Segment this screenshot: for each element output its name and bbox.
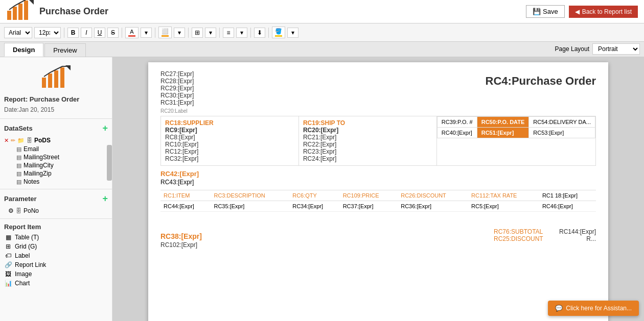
svg-rect-6 [48, 73, 52, 88]
dataset-delete-icon[interactable]: ✕ [4, 137, 9, 144]
font-color-icon: A [130, 29, 133, 35]
subtotal-label: RC76:SUBTOTAL [494, 228, 543, 235]
col-item: RC1:ITEM [160, 190, 211, 201]
discount-val: R... [586, 235, 596, 242]
fill-icon: 🪣 [275, 28, 282, 35]
font-color-button[interactable]: A [125, 27, 139, 38]
back-to-report-button[interactable]: ◀ Back to Report list [569, 6, 638, 18]
font-family-select[interactable]: Arial [4, 27, 32, 38]
bottom-section: RC38:[Expr] RC102:[Expr] RC76:SUBTOTAL R… [160, 224, 596, 249]
page-layout-select[interactable]: Portrait Landscape [592, 43, 640, 55]
datasets-section-header: DataSets + [0, 121, 112, 136]
bottom-right: RC76:SUBTOTAL RC144:[Expr] RC25:DISCOUNT… [494, 228, 596, 249]
parameter-pono[interactable]: ⚙ 🗄 PoNo [0, 206, 112, 215]
sidebar: Report: Purchase Order Date:Jan 20, 2015… [0, 57, 112, 321]
cell-rc35: RC35:[Expr] [211, 201, 289, 212]
fill-color-button[interactable]: 🪣 [272, 27, 285, 38]
border-button[interactable]: ⊞ [192, 28, 203, 38]
supplier-ship-po-row: RC18:SUPPLIER RC9:[Expr] RC8:[Expr] RC10… [160, 116, 596, 166]
border-dropdown[interactable]: ▾ [205, 28, 216, 38]
parameter-add-button[interactable]: + [102, 193, 108, 204]
main-area: Report: Purchase Order Date:Jan 20, 2015… [0, 57, 644, 321]
canvas-page: RC27:[Expr] RC28:[Expr] RC29:[Expr] RC30… [148, 62, 608, 321]
fill-color-bar [275, 35, 282, 37]
chart-icon: 📊 [4, 280, 12, 287]
report-item-report-link[interactable]: 🔗 Report Link [0, 260, 112, 269]
report-item-chart[interactable]: 📊 Chart [0, 279, 112, 288]
svg-marker-4 [29, 0, 34, 5]
bottom-left: RC38:[Expr] RC102:[Expr] [160, 228, 202, 249]
font-color-dropdown[interactable]: ▾ [141, 28, 152, 38]
svg-rect-3 [24, 1, 28, 20]
items-table: RC1:ITEM RC3:DESCRIPTION RC6:QTY RC109:P… [160, 190, 596, 212]
highlight-dropdown[interactable]: ▾ [174, 28, 185, 38]
font-color-bar [128, 35, 135, 37]
rc4-title-block: RC4:Purchase Order [486, 70, 596, 94]
arrow-left-icon: ◀ [575, 8, 580, 15]
po-data-2: RC51:[Expr] [477, 128, 529, 138]
italic-button[interactable]: I [81, 28, 92, 38]
dataset-field-mailingzip[interactable]: ▤ MailingZip [16, 169, 105, 178]
rc31-expr: RC31:[Expr] [160, 99, 194, 106]
topbar-right: 💾 Save ◀ Back to Report list [526, 5, 638, 18]
toolbar-separator-7 [268, 28, 269, 38]
sidebar-date: Date:Jan 20, 2015 [0, 105, 112, 116]
toolbar-separator-2 [122, 28, 122, 38]
strikethrough-button[interactable]: S [107, 28, 119, 38]
dataset-controls: ✕ ✏ 📁 🗄 PoDS [0, 136, 112, 145]
dataset-field-notes[interactable]: ▤ Notes [16, 178, 105, 186]
report-item-image[interactable]: 🖼 Image [0, 269, 112, 279]
chat-button[interactable]: 💬 Click here for Assistan... [548, 301, 639, 316]
rc102-expr: RC102:[Expr] [160, 241, 202, 249]
subtotal-row: RC76:SUBTOTAL RC144:[Expr] [494, 228, 596, 235]
ship-to-column: RC19:SHIP TO RC20:[Expr] RC21:[Expr] RC2… [299, 116, 437, 165]
indent-button[interactable]: ⬇ [254, 28, 265, 38]
svg-rect-2 [18, 4, 22, 20]
report-item-grid[interactable]: ⊞ Grid (G) [0, 242, 112, 251]
report-item-label[interactable]: 🏷 Label [0, 251, 112, 260]
supplier-header: RC18:SUPPLIER [165, 119, 294, 127]
topbar-left: Purchase Order [6, 0, 108, 23]
align-button[interactable]: ≡ [223, 28, 234, 38]
save-button[interactable]: 💾 Save [526, 5, 565, 18]
table-icon: ▦ [4, 234, 12, 241]
po-data-3: RC53:[Expr] [529, 128, 595, 138]
field-icon-mailingstreet: ▤ [16, 154, 21, 161]
po-header-3: RC54:DELIVERY DA... [529, 117, 595, 128]
dataset-name: PoDS [34, 137, 51, 144]
dataset-edit-icon[interactable]: ✏ [11, 137, 15, 144]
datasets-add-button[interactable]: + [102, 123, 108, 134]
dataset-field-mailingstreet[interactable]: ▤ MailingStreet [16, 153, 105, 161]
tab-design[interactable]: Design [4, 43, 43, 57]
page-title: Purchase Order [39, 6, 108, 17]
parameter-label: Parameter [4, 195, 37, 203]
field-icon-mailingzip: ▤ [16, 170, 21, 177]
image-icon: 🖼 [4, 270, 12, 278]
rc30-expr: RC30:[Expr] [160, 92, 194, 99]
dataset-field-mailingcity[interactable]: ▤ MailingCity [16, 161, 105, 169]
underline-button[interactable]: U [94, 28, 105, 38]
cell-rc46: RC46:[Expr] [539, 201, 596, 212]
left-exprs-block: RC27:[Expr] RC28:[Expr] RC29:[Expr] RC30… [160, 70, 194, 106]
grid-icon: ⊞ [4, 243, 12, 250]
dataset-field-email[interactable]: ▤ Email [16, 145, 105, 153]
param-db-icon: 🗄 [16, 208, 21, 214]
highlight-color-button[interactable]: ⬜ [158, 27, 172, 38]
col-discount: RC26:DISCOUNT [398, 190, 468, 201]
svg-rect-0 [7, 11, 11, 20]
dataset-expand-icon[interactable]: 📁 [17, 137, 25, 144]
ship-to-header: RC19:SHIP TO [303, 119, 432, 127]
formatting-toolbar: Arial 12px B I U S A ▾ ⬜ ▾ ⊞ ▾ ≡ ▾ ⬇ 🪣 [0, 23, 644, 42]
font-size-select[interactable]: 12px [34, 27, 61, 38]
align-dropdown[interactable]: ▾ [236, 28, 247, 38]
bold-button[interactable]: B [67, 28, 79, 38]
page-layout-label: Page Layout [555, 45, 589, 53]
report-item-label: Report Item [4, 223, 41, 231]
tab-preview[interactable]: Preview [44, 43, 85, 57]
sidebar-scrollbar[interactable] [107, 145, 112, 181]
chat-label: Click here for Assistan... [566, 305, 632, 312]
report-item-table[interactable]: ▦ Table (T) [0, 233, 112, 242]
toolbar-separator-4 [188, 28, 189, 38]
fill-dropdown[interactable]: ▾ [287, 28, 298, 38]
highlight-color-bar [162, 35, 169, 37]
